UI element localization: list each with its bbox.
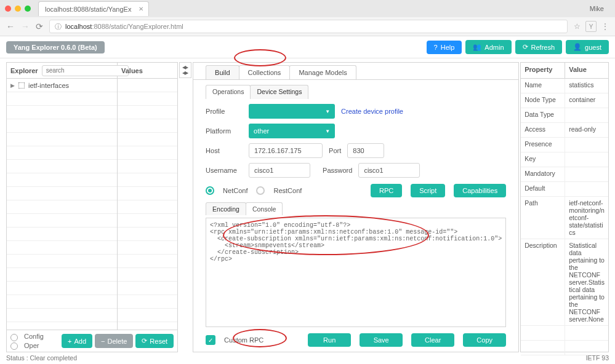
config-radio[interactable]: Config <box>10 333 50 340</box>
host-input[interactable] <box>249 143 323 158</box>
restconf-label: RestConf <box>273 187 302 194</box>
collapse-handle[interactable]: ◀▸ ◂▶ <box>179 62 191 78</box>
forward-icon[interactable]: → <box>21 22 30 31</box>
help-icon: ? <box>434 44 438 51</box>
prop-row: Default <box>521 182 608 197</box>
explorer-label: Explorer <box>10 67 38 74</box>
chrome-profile[interactable]: Mike <box>590 5 604 12</box>
prop-row: Mandatory <box>521 167 608 182</box>
subtab-operations[interactable]: Operations <box>206 85 251 100</box>
explorer-panel: Explorer Values ▶ ietf-interfaces Config <box>6 62 178 352</box>
capabilities-button[interactable]: Capabilities <box>454 184 506 197</box>
status-right: IETF 93 <box>586 354 609 362</box>
add-button[interactable]: +Add <box>62 334 92 348</box>
minus-icon: − <box>101 338 105 345</box>
save-button[interactable]: Save <box>360 333 403 347</box>
plus-icon: + <box>68 338 71 345</box>
back-icon[interactable]: ← <box>6 22 15 31</box>
values-label: Values <box>118 67 177 74</box>
encoding-tab[interactable]: Encoding <box>206 202 246 215</box>
prop-row: Presence <box>521 138 608 152</box>
create-profile-link[interactable]: Create device profile <box>341 108 403 115</box>
run-button[interactable]: Run <box>308 333 351 347</box>
window-close-icon[interactable] <box>5 6 11 12</box>
prop-row: Data Type <box>521 108 608 123</box>
users-icon: 👥 <box>473 43 481 51</box>
info-icon[interactable]: ⓘ <box>55 22 62 31</box>
window-min-icon[interactable] <box>15 6 21 12</box>
properties-panel: Property Value Namestatistics Node Typec… <box>520 62 609 352</box>
collapse-left-icon: ◀▸ <box>182 65 188 70</box>
url-host: localhost <box>65 23 92 30</box>
netconf-label: NetConf <box>223 187 247 194</box>
console-tab[interactable]: Console <box>246 202 283 215</box>
status-text: Status : Clear completed <box>6 354 77 362</box>
netconf-radio[interactable] <box>206 186 214 195</box>
app-brand: Yang Explorer 0.6.0 (Beta) <box>6 41 105 53</box>
platform-dropdown[interactable]: other▼ <box>249 124 335 138</box>
reset-button[interactable]: ⟳Reset <box>135 334 174 348</box>
rpc-button[interactable]: RPC <box>371 184 402 197</box>
tab-build[interactable]: Build <box>206 65 239 79</box>
custom-rpc-checkbox[interactable]: ✓ <box>206 335 215 345</box>
restconf-radio[interactable] <box>256 186 265 195</box>
window-max-icon[interactable] <box>25 6 31 12</box>
username-input[interactable] <box>249 163 310 178</box>
help-button[interactable]: ?Help <box>427 41 462 54</box>
chevron-down-icon: ▼ <box>325 129 330 134</box>
delete-button[interactable]: −Delete <box>95 334 133 348</box>
refresh-button[interactable]: ⟳Refresh <box>515 40 563 54</box>
reload-icon[interactable]: ⟳ <box>36 22 43 31</box>
password-label: Password <box>323 167 352 174</box>
tab-title: localhost:8088/static/YangEx <box>45 6 131 13</box>
address-bar[interactable]: ⓘ localhost:8088/static/YangExplorer.htm… <box>49 20 568 33</box>
profile-dropdown[interactable]: ▼ <box>249 104 335 119</box>
prop-row <box>521 326 608 341</box>
platform-label: Platform <box>206 127 243 135</box>
prop-row: Key <box>521 152 608 167</box>
tab-collections[interactable]: Collections <box>239 65 291 79</box>
property-header: Property <box>521 63 565 78</box>
refresh-icon: ⟳ <box>523 43 528 51</box>
browser-tab[interactable]: localhost:8088/static/YangEx ✕ <box>38 1 149 16</box>
prop-row: Namestatistics <box>521 79 608 93</box>
build-panel: Build Collections Manage Models Operatio… <box>193 62 519 352</box>
rpc-textarea[interactable]: <?xml version="1.0" encoding="utf-8"?> <… <box>206 218 506 327</box>
extension-icon[interactable]: Y <box>585 21 597 32</box>
menu-icon[interactable]: ⋮ <box>601 22 609 31</box>
tree-item-label: ietf-interfaces <box>28 82 69 89</box>
profile-label: Profile <box>206 108 243 115</box>
prop-row <box>521 341 608 355</box>
tree-item[interactable]: ▶ ietf-interfaces <box>7 79 117 92</box>
user-icon: 👤 <box>573 43 582 51</box>
module-icon <box>18 82 25 89</box>
prop-row: Accessread-only <box>521 123 608 138</box>
prop-row: DescriptionStatistical data pertaining t… <box>521 239 608 326</box>
password-input[interactable] <box>358 163 420 178</box>
admin-button[interactable]: 👥Admin <box>465 40 511 54</box>
oper-radio[interactable]: Oper <box>10 342 45 349</box>
script-button[interactable]: Script <box>411 184 445 197</box>
close-tab-icon[interactable]: ✕ <box>139 6 143 12</box>
value-header: Value <box>565 63 608 78</box>
host-label: Host <box>206 147 243 154</box>
prop-row: Pathietf-netconf-monitoring/netconf-stat… <box>521 197 608 239</box>
prop-row: Node Typecontainer <box>521 93 608 108</box>
chevron-down-icon: ▼ <box>325 109 330 114</box>
search-input[interactable] <box>42 65 129 76</box>
tab-manage-models[interactable]: Manage Models <box>289 65 356 79</box>
custom-rpc-label: Custom RPC <box>224 336 263 344</box>
guest-button[interactable]: 👤guest <box>566 40 609 54</box>
port-input[interactable] <box>347 143 384 158</box>
copy-button[interactable]: Copy <box>463 333 506 347</box>
reset-icon: ⟳ <box>142 337 147 345</box>
clear-button[interactable]: Clear <box>411 333 454 347</box>
username-label: Username <box>206 167 243 174</box>
expand-icon[interactable]: ▶ <box>10 82 15 89</box>
url-path: :8088/static/YangExplorer.html <box>92 23 183 30</box>
collapse-right-icon: ◂▶ <box>182 70 188 76</box>
port-label: Port <box>329 147 341 154</box>
subtab-device-settings[interactable]: Device Settings <box>250 85 308 100</box>
star-icon[interactable]: ☆ <box>574 22 581 31</box>
